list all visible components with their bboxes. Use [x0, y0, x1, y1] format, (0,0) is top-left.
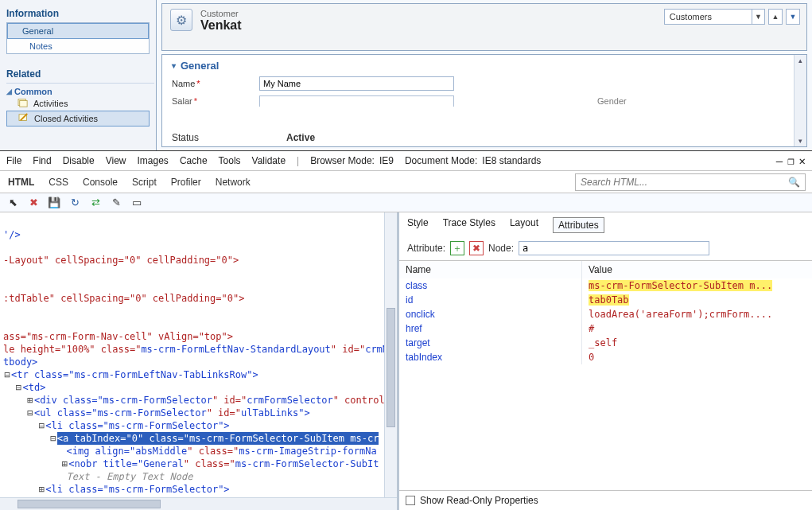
search-icon[interactable]: 🔍: [783, 177, 805, 188]
document-mode-label: Document Mode:: [405, 155, 477, 166]
section-toggle-icon: ▾: [172, 61, 176, 70]
nav-down-button[interactable]: ▼: [786, 9, 800, 25]
menu-validate[interactable]: Validate: [252, 155, 286, 166]
activities-icon: [17, 98, 29, 109]
node-label: Node:: [488, 243, 514, 254]
readonly-checkbox[interactable]: [406, 496, 415, 505]
search-input[interactable]: [576, 177, 783, 188]
wrap-icon[interactable]: ⇄: [89, 197, 102, 209]
devtools-tabs: HTML CSS Console Script Profiler Network…: [0, 171, 812, 193]
menu-file[interactable]: File: [6, 155, 21, 166]
dom-vscrollbar[interactable]: [384, 212, 397, 497]
node-input[interactable]: [519, 241, 709, 255]
section-header-general[interactable]: ▾ General: [172, 60, 797, 72]
devtools: File Find Disable View Images Cache Tool…: [0, 151, 812, 510]
menu-find[interactable]: Find: [33, 155, 51, 166]
search-html[interactable]: 🔍: [575, 173, 806, 191]
close-button[interactable]: ✕: [799, 154, 806, 167]
dom-tree[interactable]: '/> -Layout" cellSpacing="0" cellPadding…: [0, 212, 384, 497]
nav-information: General Notes: [6, 22, 150, 54]
label-gender: Gender: [597, 96, 627, 106]
tab-network[interactable]: Network: [214, 172, 252, 193]
attr-row[interactable]: target_self: [399, 336, 812, 350]
chevron-down-icon[interactable]: ▼: [752, 10, 764, 24]
nav-up-button[interactable]: ▲: [768, 9, 783, 25]
entity-icon: ⚙: [170, 9, 192, 31]
document-mode-value[interactable]: IE8 standards: [482, 155, 541, 166]
minimize-button[interactable]: —: [776, 154, 783, 167]
tab-css[interactable]: CSS: [47, 172, 70, 193]
common-group-header[interactable]: ◢ Common: [6, 87, 150, 96]
label-name: Name*: [172, 79, 259, 88]
tab-console[interactable]: Console: [81, 172, 119, 193]
rp-tab-attributes[interactable]: Attributes: [553, 217, 604, 233]
readonly-label: Show Read-Only Properties: [420, 495, 538, 506]
dom-hscrollbar[interactable]: [0, 497, 397, 510]
salary-field[interactable]: [259, 95, 454, 107]
attr-row[interactable]: classms-crm-FormSelector-SubItem m...: [399, 278, 812, 293]
browser-mode-value[interactable]: IE9: [379, 155, 394, 166]
add-attribute-button[interactable]: ＋: [450, 241, 464, 255]
svg-rect-1: [20, 100, 27, 107]
devtools-menu: File Find Disable View Images Cache Tool…: [0, 151, 812, 171]
tab-html[interactable]: HTML: [6, 172, 36, 193]
related-lookup[interactable]: Customers ▼: [664, 9, 765, 25]
devtools-toolbar: ⬉ ✖ 💾 ↻ ⇄ ✎ ▭: [0, 193, 812, 212]
col-header-value[interactable]: Value: [582, 261, 812, 278]
col-header-name[interactable]: Name: [399, 261, 582, 278]
name-field[interactable]: [259, 76, 454, 91]
properties-panel: Style Trace Styles Layout Attributes Att…: [399, 212, 812, 510]
browser-mode-label: Browser Mode:: [310, 155, 375, 166]
nav-activities[interactable]: Activities: [6, 96, 150, 111]
remove-attribute-button[interactable]: ✖: [469, 241, 484, 255]
label-status: Status: [172, 132, 199, 143]
outline-icon[interactable]: ▭: [130, 197, 143, 209]
menu-images[interactable]: Images: [138, 155, 169, 166]
refresh-icon[interactable]: ↻: [68, 197, 81, 209]
menu-cache[interactable]: Cache: [180, 155, 208, 166]
entity-name: Venkat: [200, 18, 242, 33]
closed-activities-icon: [18, 113, 29, 124]
clear-cache-icon[interactable]: ✖: [27, 197, 40, 209]
attributes-grid: Name Value classms-crm-FormSelector-SubI…: [399, 260, 812, 364]
menu-tools[interactable]: Tools: [219, 155, 241, 166]
rp-tab-style[interactable]: Style: [407, 217, 429, 233]
entity-type: Customer: [200, 9, 242, 18]
restore-button[interactable]: ❐: [787, 154, 794, 167]
dom-tree-panel[interactable]: '/> -Layout" cellSpacing="0" cellPadding…: [0, 212, 399, 510]
nav-notes[interactable]: Notes: [7, 39, 149, 53]
attr-row[interactable]: onclickloadArea('areaForm');crmForm....: [399, 307, 812, 321]
attribute-label: Attribute:: [407, 243, 445, 254]
form-scrollbar[interactable]: ▴ ▾: [794, 55, 806, 146]
rp-tab-trace[interactable]: Trace Styles: [443, 217, 495, 233]
scroll-down-icon[interactable]: ▾: [798, 135, 802, 146]
form-area: ▾ General Name* Salar* Gender Status Act…: [161, 54, 807, 147]
menu-disable[interactable]: Disable: [63, 155, 95, 166]
attr-row[interactable]: idtab0Tab: [399, 293, 812, 307]
sidebar: Information General Notes Related ◢ Comm…: [0, 0, 157, 150]
nav-closed-activities[interactable]: Closed Activities: [6, 111, 150, 127]
rp-tab-layout[interactable]: Layout: [510, 217, 538, 233]
save-icon[interactable]: 💾: [48, 197, 60, 209]
tab-script[interactable]: Script: [130, 172, 158, 193]
select-element-icon[interactable]: ⬉: [6, 197, 19, 209]
nav-general[interactable]: General: [7, 23, 149, 39]
related-heading: Related: [6, 68, 150, 80]
status-value: Active: [286, 132, 315, 143]
tab-profiler[interactable]: Profiler: [169, 172, 203, 193]
collapse-icon: ◢: [6, 88, 12, 95]
scroll-up-icon[interactable]: ▴: [798, 55, 802, 66]
information-heading: Information: [6, 8, 150, 19]
menu-view[interactable]: View: [106, 155, 126, 166]
label-salary: Salar*: [172, 96, 259, 106]
attr-row[interactable]: tabIndex0: [399, 350, 812, 364]
attr-row[interactable]: href#: [399, 321, 812, 336]
record-header: ⚙ Customer Venkat Customers ▼ ▲ ▼: [161, 3, 807, 51]
edit-icon[interactable]: ✎: [110, 197, 122, 209]
